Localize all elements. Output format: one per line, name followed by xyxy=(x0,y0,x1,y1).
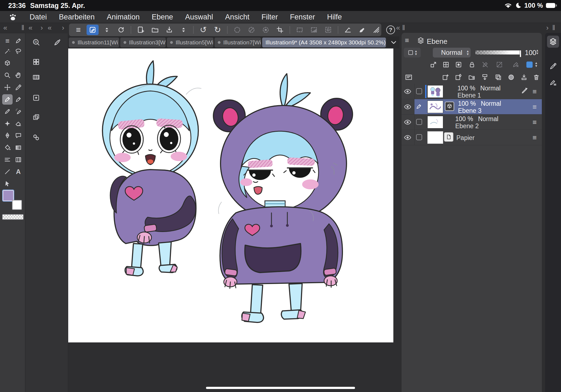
tool-move-layer[interactable] xyxy=(2,82,13,93)
layer-row-ebene-2[interactable]: 100 %Normal Ebene 2 ≡ xyxy=(402,115,542,130)
merge-down-button[interactable] xyxy=(520,73,528,82)
lock-layer-button[interactable] xyxy=(468,60,476,69)
blend-target-selector[interactable]: ▴▾ xyxy=(404,48,421,58)
dock-grip-handle[interactable]: ‖ xyxy=(552,24,555,31)
tool-balloon[interactable] xyxy=(13,130,24,141)
layer-property-tab-button[interactable] xyxy=(547,60,559,72)
subtool-palette-button[interactable] xyxy=(31,57,41,67)
layer-row-menu-handle[interactable]: ≡ xyxy=(533,133,537,142)
lock-alpha-button[interactable] xyxy=(442,60,450,69)
dock-collapse-handle[interactable]: « xyxy=(396,24,400,31)
reference-layer-button[interactable] xyxy=(511,60,520,69)
tool-decoration[interactable] xyxy=(2,118,13,129)
tool-marker[interactable] xyxy=(2,106,13,117)
menu-ansicht[interactable]: Ansicht xyxy=(225,13,250,21)
fill-selection-button[interactable] xyxy=(308,25,320,35)
canvas-viewport[interactable] xyxy=(68,48,399,392)
layer-visibility-toggle[interactable] xyxy=(404,103,411,112)
transparent-color-swatch[interactable] xyxy=(2,214,24,220)
auto-action-button[interactable] xyxy=(52,37,63,47)
menu-datei[interactable]: Datei xyxy=(30,13,47,21)
material-palette-button[interactable] xyxy=(31,132,41,143)
tool-operation-object[interactable] xyxy=(2,58,13,68)
snap-ruler-button[interactable] xyxy=(342,25,354,35)
tool-property-tab-button[interactable] xyxy=(547,76,559,88)
select-area-button[interactable] xyxy=(231,25,243,35)
canvas-page[interactable] xyxy=(68,48,393,342)
palette-color-stepper[interactable]: ▴▾ xyxy=(535,61,537,67)
tab-illustration3[interactable]: Illustration3[Wie xyxy=(120,38,166,47)
draft-layer-button[interactable] xyxy=(495,60,504,69)
open-file-button[interactable] xyxy=(149,25,161,35)
layer-checkbox[interactable] xyxy=(416,119,422,125)
layer-palette-tab-button[interactable] xyxy=(547,36,559,48)
tab-illustration9-active[interactable]: Illustration9* (A4 3508 x 2480px 300dpi … xyxy=(262,38,386,47)
opacity-slider-track[interactable] xyxy=(475,50,522,55)
tool-saturated-line[interactable] xyxy=(2,154,13,165)
edit-mode-button[interactable] xyxy=(87,25,99,35)
new-canvas-button[interactable] xyxy=(135,25,147,35)
layer-mask-create-button[interactable] xyxy=(507,73,516,82)
help-button[interactable]: ? xyxy=(385,25,397,35)
dock-expand-handle[interactable]: › xyxy=(41,24,43,31)
menu-bearbeiten[interactable]: Bearbeiten xyxy=(59,13,95,21)
layer-row-menu-handle[interactable]: ≡ xyxy=(533,103,537,111)
favorites-palette-button[interactable] xyxy=(31,93,41,103)
layer-checkbox[interactable] xyxy=(416,88,422,94)
subview-palette-button[interactable] xyxy=(31,112,41,122)
tool-frame-border[interactable] xyxy=(13,154,24,165)
tool-pen-selected[interactable] xyxy=(2,94,13,105)
opacity-slider[interactable] xyxy=(475,49,522,56)
timeline-palette-button[interactable] xyxy=(31,72,41,82)
transfer-to-lower-button[interactable] xyxy=(480,73,489,82)
tool-airbrush[interactable] xyxy=(13,106,24,117)
new-folder-button[interactable] xyxy=(467,73,476,82)
tool-blend[interactable] xyxy=(2,130,13,141)
dock-grip-handle[interactable]: ‖ xyxy=(402,24,405,31)
shrink-selection-button[interactable] xyxy=(322,25,334,35)
dock-collapse-handle[interactable]: « xyxy=(3,24,7,31)
tool-hand[interactable] xyxy=(13,70,24,81)
secondary-color-swatch[interactable] xyxy=(12,200,22,210)
layer-list-view-button[interactable] xyxy=(404,73,413,82)
dock-grip-handle[interactable]: ‖ xyxy=(21,24,24,31)
layer-palette-color-chip[interactable] xyxy=(526,61,533,68)
layer-panel-menu-button[interactable]: ≡ xyxy=(405,36,409,45)
layer-mask-button[interactable] xyxy=(454,60,463,69)
quick-access-navigator-button[interactable]: R xyxy=(31,37,41,47)
layer-thumbnail[interactable] xyxy=(427,85,443,98)
menu-filter[interactable]: Filter xyxy=(261,13,278,21)
layer-row-ebene-3-selected[interactable]: 100 %Normal Ebene 3 ≡ xyxy=(402,99,542,115)
layer-thumbnail[interactable] xyxy=(427,131,443,144)
layer-visibility-toggle[interactable] xyxy=(404,134,411,142)
tool-magic-wand[interactable] xyxy=(2,46,13,56)
dock-expand-handle[interactable]: › xyxy=(546,24,549,31)
enable-mask-button[interactable] xyxy=(481,60,490,69)
dock-collapse-handle[interactable]: « xyxy=(28,24,32,31)
tab-list-dropdown-button[interactable] xyxy=(390,38,398,47)
tool-zoom[interactable] xyxy=(2,70,13,81)
tool-switch-button[interactable] xyxy=(101,25,113,35)
layer-thumbnail[interactable] xyxy=(427,116,443,128)
opacity-stepper[interactable]: ▴▾ xyxy=(536,49,538,55)
delete-layer-button[interactable] xyxy=(532,73,541,82)
tool-cursor[interactable] xyxy=(2,179,13,189)
menu-ebene[interactable]: Ebene xyxy=(152,13,173,21)
primary-color-swatch[interactable] xyxy=(3,190,14,201)
layer-row-menu-handle[interactable]: ≡ xyxy=(533,87,537,96)
layer-row-papier[interactable]: Papier ≡ xyxy=(402,130,542,145)
undo-button[interactable]: ↺ xyxy=(197,25,209,35)
invert-selection-button[interactable] xyxy=(260,25,272,35)
tool-palette-menu-button[interactable]: ≡ xyxy=(2,36,13,46)
export-button[interactable] xyxy=(163,25,175,35)
snap-special-ruler-button[interactable] xyxy=(356,25,368,35)
tool-line-correct[interactable] xyxy=(2,167,13,177)
duplicate-layer-button[interactable] xyxy=(494,73,503,82)
tool-lasso[interactable] xyxy=(13,46,24,56)
tool-text[interactable]: A xyxy=(13,167,24,177)
blend-mode-stepper[interactable]: ▴▾ xyxy=(467,50,469,56)
deselect-button[interactable] xyxy=(245,25,257,35)
toolbar-menu-button[interactable]: ≡ xyxy=(72,25,84,35)
new-raster-layer-button[interactable] xyxy=(441,73,450,82)
opacity-slider-handle[interactable] xyxy=(520,50,521,57)
